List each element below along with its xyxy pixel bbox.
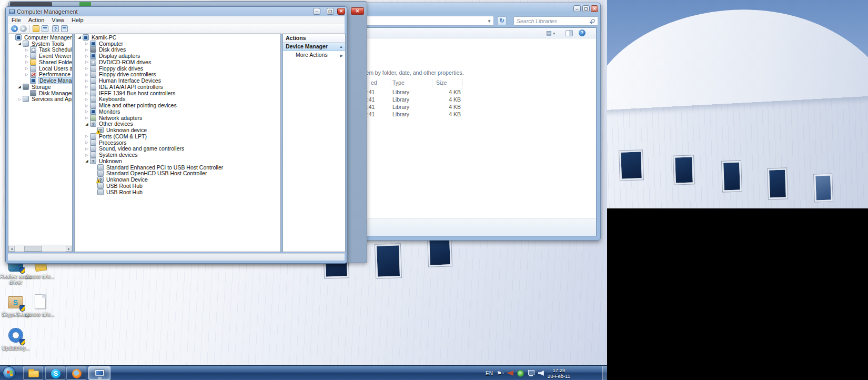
tree-item-display-adapters[interactable]: Display adapters <box>75 53 280 59</box>
expander-collapsed-icon[interactable] <box>84 59 89 65</box>
expander-collapsed-icon[interactable] <box>84 78 89 84</box>
network-icon[interactable] <box>528 370 534 376</box>
volume-icon[interactable] <box>538 371 544 376</box>
expander-collapsed-icon[interactable] <box>24 53 29 59</box>
scrollbar-thumb[interactable] <box>24 246 42 252</box>
expander-expanded-icon[interactable] <box>17 84 22 89</box>
tree-item-system-tools[interactable]: System Tools <box>8 41 72 47</box>
expander-collapsed-icon[interactable] <box>24 65 29 71</box>
column-type[interactable]: Type <box>392 79 405 86</box>
horizontal-scrollbar[interactable]: ◂▸ <box>8 245 72 252</box>
tree-item-floppy-disk-drives[interactable]: Floppy disk drives <box>75 65 280 72</box>
tree-item-monitors[interactable]: Monitors <box>75 108 280 115</box>
minimize-button[interactable]: ‒ <box>573 5 581 12</box>
expander-collapsed-icon[interactable] <box>84 103 89 108</box>
tree-item-task-scheduler[interactable]: Task Scheduler <box>8 47 72 53</box>
tree-item-unknown-device[interactable]: Unknown Device <box>75 176 280 183</box>
tree-item-usb-root-hub[interactable]: USB Root Hub <box>75 183 280 189</box>
taskbar-button-skype[interactable]: S <box>45 366 65 380</box>
expander-expanded-icon[interactable] <box>77 34 82 40</box>
expander-expanded-icon[interactable] <box>17 41 22 46</box>
expand-icon[interactable]: ▶ <box>340 52 343 59</box>
tree-item-mice-and-other-pointing-devices[interactable]: Mice and other pointing devices <box>75 102 280 108</box>
column-divider[interactable] <box>462 79 463 87</box>
expander-collapsed-icon[interactable] <box>84 41 89 46</box>
properties-window-icon[interactable] <box>61 25 68 32</box>
forward-icon[interactable]: ▸ <box>20 25 27 32</box>
expander-collapsed-icon[interactable] <box>17 96 22 102</box>
tree-item-floppy-drive-controllers[interactable]: Floppy drive controllers <box>75 72 280 78</box>
more-actions-item[interactable]: More Actions ▶ <box>283 51 345 59</box>
tree-item-human-interface-devices[interactable]: Human Interface Devices <box>75 77 280 84</box>
expander-collapsed-icon[interactable] <box>84 72 89 77</box>
expander-collapsed-icon[interactable] <box>84 84 89 89</box>
help-icon[interactable]: ? <box>52 25 59 32</box>
collapse-icon[interactable]: ▲ <box>339 43 343 51</box>
maximize-button[interactable]: ▢ <box>327 8 334 15</box>
tree-item-unknown-device[interactable]: Unknown device <box>75 127 280 133</box>
expander-collapsed-icon[interactable] <box>84 96 89 102</box>
show-console-tree-icon[interactable] <box>33 25 39 32</box>
language-indicator[interactable]: EN <box>486 371 493 376</box>
taskbar-button-windows-explorer[interactable] <box>23 366 43 380</box>
tree-item-computer-management-local[interactable]: Computer Management (Local) <box>8 34 72 41</box>
action-center-flag-icon[interactable]: ⚑ <box>497 370 504 377</box>
column-divider[interactable] <box>432 79 432 87</box>
back-icon[interactable]: ◂ <box>11 25 18 32</box>
expander-collapsed-icon[interactable] <box>84 47 89 53</box>
tree-item-unknown[interactable]: Unknown <box>75 158 280 164</box>
expander-collapsed-icon[interactable] <box>84 115 89 121</box>
search-input[interactable] <box>514 17 598 25</box>
tree-item-processors[interactable]: Processors <box>75 139 280 146</box>
console-window-icon[interactable] <box>42 25 48 32</box>
tree-item-sound-video-and-game-controllers[interactable]: Sound, video and game controllers <box>75 146 280 152</box>
expander-collapsed-icon[interactable] <box>84 146 89 152</box>
column-date-modified[interactable]: ed <box>371 79 377 86</box>
close-icon[interactable]: ✕ <box>351 7 364 15</box>
menu-view[interactable]: View <box>48 16 68 24</box>
column-divider[interactable] <box>390 79 390 87</box>
tree-item-kamik-pc[interactable]: Kamik-PC <box>75 34 280 41</box>
expander-collapsed-icon[interactable] <box>84 65 89 71</box>
tree-item-network-adapters[interactable]: Network adapters <box>75 115 280 121</box>
tree-item-disk-management[interactable]: Disk Management <box>8 90 72 96</box>
tree-item-services-and-applications[interactable]: Services and Applications <box>8 96 72 103</box>
expander-collapsed-icon[interactable] <box>24 72 29 77</box>
menu-action[interactable]: Action <box>25 16 48 24</box>
start-button[interactable] <box>3 366 16 379</box>
tree-item-device-manager[interactable]: Device Manager <box>8 77 72 84</box>
close-button[interactable]: ✕ <box>591 5 598 12</box>
menu-file[interactable]: File <box>8 16 25 24</box>
expander-collapsed-icon[interactable] <box>24 59 29 65</box>
show-desktop-button[interactable] <box>602 366 607 380</box>
minimize-button[interactable]: ‒ <box>313 8 320 15</box>
preview-pane-icon[interactable] <box>566 30 573 36</box>
tree-item-event-viewer[interactable]: Event Viewer <box>8 53 72 59</box>
actions-group-device-manager[interactable]: Device Manager ▲ <box>283 43 345 51</box>
expander-expanded-icon[interactable] <box>84 158 89 164</box>
tree-item-standard-enhanced-pci-to-usb-host-controller[interactable]: Standard Enhanced PCI to USB Host Contro… <box>75 164 280 171</box>
help-icon[interactable]: ? <box>579 29 586 36</box>
tree-item-dvd-cd-rom-drives[interactable]: DVD/CD-ROM drives <box>75 59 280 65</box>
refresh-button[interactable]: ↻ <box>497 16 507 25</box>
address-dropdown-icon[interactable]: ▼ <box>487 19 491 24</box>
expander-collapsed-icon[interactable] <box>84 90 89 96</box>
close-button[interactable]: ✕ <box>337 8 345 15</box>
tree-item-local-users-and-groups[interactable]: Local Users and Groups <box>8 65 72 72</box>
security-check-icon[interactable]: ✓ <box>517 370 524 377</box>
change-view-icon[interactable]: ▤ ▾ <box>546 29 555 36</box>
desktop-icon-updatemy[interactable]: UpdateMy... <box>0 327 33 351</box>
expander-collapsed-icon[interactable] <box>84 152 89 158</box>
tree-item-shared-folders[interactable]: Shared Folders <box>8 59 72 65</box>
tree-item-standard-openhcd-usb-host-controller[interactable]: Standard OpenHCD USB Host Controller <box>75 171 280 177</box>
expander-collapsed-icon[interactable] <box>84 108 89 114</box>
taskbar-clock[interactable]: 17:29 28-Feb-11 <box>548 367 570 379</box>
maximize-button[interactable]: ▢ <box>582 5 590 12</box>
tree-item-usb-root-hub[interactable]: USB Root Hub <box>75 189 280 195</box>
column-size[interactable]: Size <box>436 79 447 86</box>
menu-help[interactable]: Help <box>68 16 87 24</box>
tree-item-system-devices[interactable]: System devices <box>75 152 280 158</box>
expander-collapsed-icon[interactable] <box>84 133 89 139</box>
tree-item-computer[interactable]: Computer <box>75 41 280 47</box>
expander-collapsed-icon[interactable] <box>24 47 29 53</box>
